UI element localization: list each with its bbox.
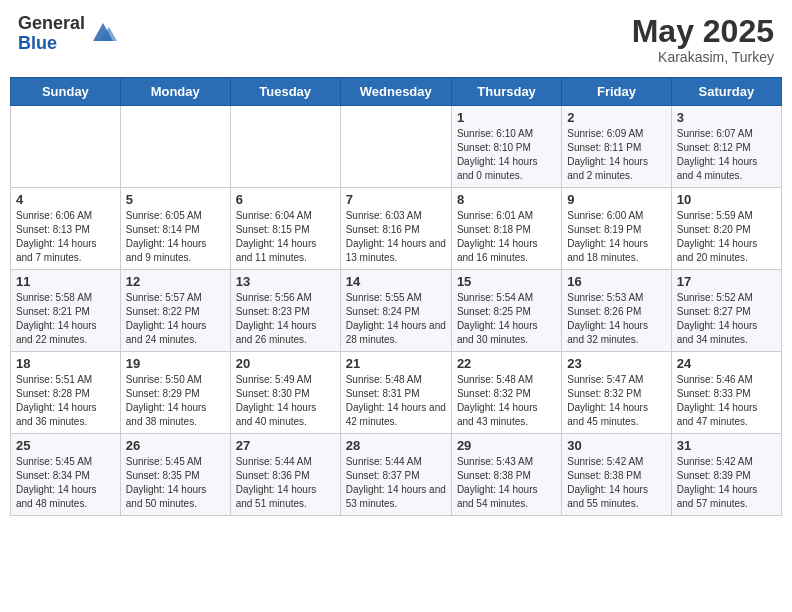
day-number: 25 bbox=[16, 438, 115, 453]
day-info: Sunrise: 5:51 AMSunset: 8:28 PMDaylight:… bbox=[16, 373, 115, 429]
day-cell: 11Sunrise: 5:58 AMSunset: 8:21 PMDayligh… bbox=[11, 270, 121, 352]
day-header-tuesday: Tuesday bbox=[230, 78, 340, 106]
day-number: 1 bbox=[457, 110, 556, 125]
day-info: Sunrise: 5:55 AMSunset: 8:24 PMDaylight:… bbox=[346, 291, 446, 347]
day-info: Sunrise: 5:56 AMSunset: 8:23 PMDaylight:… bbox=[236, 291, 335, 347]
day-cell: 9Sunrise: 6:00 AMSunset: 8:19 PMDaylight… bbox=[562, 188, 671, 270]
day-header-monday: Monday bbox=[120, 78, 230, 106]
day-cell: 14Sunrise: 5:55 AMSunset: 8:24 PMDayligh… bbox=[340, 270, 451, 352]
logo-icon bbox=[89, 19, 117, 47]
day-info: Sunrise: 5:53 AMSunset: 8:26 PMDaylight:… bbox=[567, 291, 665, 347]
day-info: Sunrise: 5:44 AMSunset: 8:36 PMDaylight:… bbox=[236, 455, 335, 511]
week-row-2: 4Sunrise: 6:06 AMSunset: 8:13 PMDaylight… bbox=[11, 188, 782, 270]
day-cell: 4Sunrise: 6:06 AMSunset: 8:13 PMDaylight… bbox=[11, 188, 121, 270]
day-cell: 18Sunrise: 5:51 AMSunset: 8:28 PMDayligh… bbox=[11, 352, 121, 434]
day-number: 9 bbox=[567, 192, 665, 207]
day-cell: 22Sunrise: 5:48 AMSunset: 8:32 PMDayligh… bbox=[451, 352, 561, 434]
day-number: 6 bbox=[236, 192, 335, 207]
day-cell: 28Sunrise: 5:44 AMSunset: 8:37 PMDayligh… bbox=[340, 434, 451, 516]
day-number: 3 bbox=[677, 110, 776, 125]
day-info: Sunrise: 5:58 AMSunset: 8:21 PMDaylight:… bbox=[16, 291, 115, 347]
location-subtitle: Karakasim, Turkey bbox=[632, 49, 774, 65]
day-number: 8 bbox=[457, 192, 556, 207]
day-number: 19 bbox=[126, 356, 225, 371]
day-cell: 10Sunrise: 5:59 AMSunset: 8:20 PMDayligh… bbox=[671, 188, 781, 270]
title-block: May 2025 Karakasim, Turkey bbox=[632, 14, 774, 65]
day-header-friday: Friday bbox=[562, 78, 671, 106]
day-number: 22 bbox=[457, 356, 556, 371]
day-number: 26 bbox=[126, 438, 225, 453]
month-title: May 2025 bbox=[632, 14, 774, 49]
day-cell: 13Sunrise: 5:56 AMSunset: 8:23 PMDayligh… bbox=[230, 270, 340, 352]
day-number: 18 bbox=[16, 356, 115, 371]
week-row-4: 18Sunrise: 5:51 AMSunset: 8:28 PMDayligh… bbox=[11, 352, 782, 434]
day-header-sunday: Sunday bbox=[11, 78, 121, 106]
day-cell bbox=[120, 106, 230, 188]
day-cell: 25Sunrise: 5:45 AMSunset: 8:34 PMDayligh… bbox=[11, 434, 121, 516]
day-info: Sunrise: 6:04 AMSunset: 8:15 PMDaylight:… bbox=[236, 209, 335, 265]
day-info: Sunrise: 5:59 AMSunset: 8:20 PMDaylight:… bbox=[677, 209, 776, 265]
day-info: Sunrise: 5:44 AMSunset: 8:37 PMDaylight:… bbox=[346, 455, 446, 511]
day-info: Sunrise: 5:45 AMSunset: 8:34 PMDaylight:… bbox=[16, 455, 115, 511]
day-number: 31 bbox=[677, 438, 776, 453]
day-number: 7 bbox=[346, 192, 446, 207]
day-header-thursday: Thursday bbox=[451, 78, 561, 106]
day-info: Sunrise: 5:43 AMSunset: 8:38 PMDaylight:… bbox=[457, 455, 556, 511]
day-cell: 17Sunrise: 5:52 AMSunset: 8:27 PMDayligh… bbox=[671, 270, 781, 352]
day-number: 20 bbox=[236, 356, 335, 371]
day-number: 13 bbox=[236, 274, 335, 289]
day-number: 27 bbox=[236, 438, 335, 453]
day-cell: 29Sunrise: 5:43 AMSunset: 8:38 PMDayligh… bbox=[451, 434, 561, 516]
week-row-5: 25Sunrise: 5:45 AMSunset: 8:34 PMDayligh… bbox=[11, 434, 782, 516]
day-cell: 12Sunrise: 5:57 AMSunset: 8:22 PMDayligh… bbox=[120, 270, 230, 352]
day-cell: 15Sunrise: 5:54 AMSunset: 8:25 PMDayligh… bbox=[451, 270, 561, 352]
day-cell bbox=[340, 106, 451, 188]
day-cell: 20Sunrise: 5:49 AMSunset: 8:30 PMDayligh… bbox=[230, 352, 340, 434]
day-info: Sunrise: 5:42 AMSunset: 8:39 PMDaylight:… bbox=[677, 455, 776, 511]
day-cell: 30Sunrise: 5:42 AMSunset: 8:38 PMDayligh… bbox=[562, 434, 671, 516]
day-cell: 7Sunrise: 6:03 AMSunset: 8:16 PMDaylight… bbox=[340, 188, 451, 270]
day-cell: 23Sunrise: 5:47 AMSunset: 8:32 PMDayligh… bbox=[562, 352, 671, 434]
page-header: General Blue May 2025 Karakasim, Turkey bbox=[10, 10, 782, 69]
day-number: 21 bbox=[346, 356, 446, 371]
day-info: Sunrise: 5:52 AMSunset: 8:27 PMDaylight:… bbox=[677, 291, 776, 347]
day-number: 24 bbox=[677, 356, 776, 371]
day-number: 23 bbox=[567, 356, 665, 371]
day-cell: 31Sunrise: 5:42 AMSunset: 8:39 PMDayligh… bbox=[671, 434, 781, 516]
logo-general: General bbox=[18, 14, 85, 34]
day-cell: 16Sunrise: 5:53 AMSunset: 8:26 PMDayligh… bbox=[562, 270, 671, 352]
day-info: Sunrise: 5:46 AMSunset: 8:33 PMDaylight:… bbox=[677, 373, 776, 429]
day-number: 15 bbox=[457, 274, 556, 289]
day-cell bbox=[11, 106, 121, 188]
day-info: Sunrise: 6:05 AMSunset: 8:14 PMDaylight:… bbox=[126, 209, 225, 265]
day-cell: 27Sunrise: 5:44 AMSunset: 8:36 PMDayligh… bbox=[230, 434, 340, 516]
day-info: Sunrise: 5:42 AMSunset: 8:38 PMDaylight:… bbox=[567, 455, 665, 511]
day-number: 28 bbox=[346, 438, 446, 453]
day-cell bbox=[230, 106, 340, 188]
day-number: 2 bbox=[567, 110, 665, 125]
day-cell: 8Sunrise: 6:01 AMSunset: 8:18 PMDaylight… bbox=[451, 188, 561, 270]
day-cell: 19Sunrise: 5:50 AMSunset: 8:29 PMDayligh… bbox=[120, 352, 230, 434]
day-cell: 5Sunrise: 6:05 AMSunset: 8:14 PMDaylight… bbox=[120, 188, 230, 270]
day-info: Sunrise: 5:49 AMSunset: 8:30 PMDaylight:… bbox=[236, 373, 335, 429]
day-number: 11 bbox=[16, 274, 115, 289]
day-info: Sunrise: 6:07 AMSunset: 8:12 PMDaylight:… bbox=[677, 127, 776, 183]
calendar-table: SundayMondayTuesdayWednesdayThursdayFrid… bbox=[10, 77, 782, 516]
day-number: 29 bbox=[457, 438, 556, 453]
day-header-saturday: Saturday bbox=[671, 78, 781, 106]
day-cell: 3Sunrise: 6:07 AMSunset: 8:12 PMDaylight… bbox=[671, 106, 781, 188]
day-info: Sunrise: 5:47 AMSunset: 8:32 PMDaylight:… bbox=[567, 373, 665, 429]
day-header-wednesday: Wednesday bbox=[340, 78, 451, 106]
day-number: 17 bbox=[677, 274, 776, 289]
day-cell: 26Sunrise: 5:45 AMSunset: 8:35 PMDayligh… bbox=[120, 434, 230, 516]
day-info: Sunrise: 5:48 AMSunset: 8:31 PMDaylight:… bbox=[346, 373, 446, 429]
day-info: Sunrise: 6:00 AMSunset: 8:19 PMDaylight:… bbox=[567, 209, 665, 265]
day-number: 14 bbox=[346, 274, 446, 289]
day-info: Sunrise: 6:06 AMSunset: 8:13 PMDaylight:… bbox=[16, 209, 115, 265]
day-number: 5 bbox=[126, 192, 225, 207]
day-info: Sunrise: 5:45 AMSunset: 8:35 PMDaylight:… bbox=[126, 455, 225, 511]
day-info: Sunrise: 6:03 AMSunset: 8:16 PMDaylight:… bbox=[346, 209, 446, 265]
day-info: Sunrise: 5:57 AMSunset: 8:22 PMDaylight:… bbox=[126, 291, 225, 347]
day-number: 16 bbox=[567, 274, 665, 289]
logo: General Blue bbox=[18, 14, 117, 54]
